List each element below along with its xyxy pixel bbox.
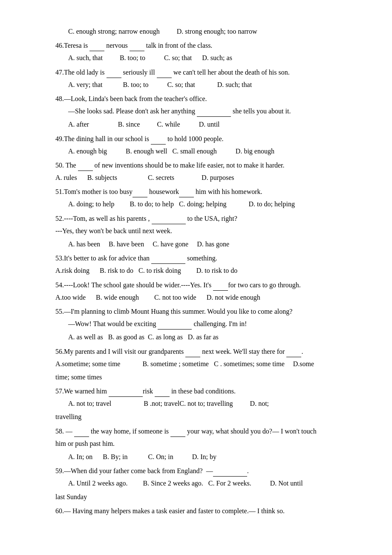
- question-58-options: A. In; on B. By; in C. On; in D. In; by: [68, 451, 349, 462]
- question-57-text: 57.We warned him risk in these bad condi…: [55, 385, 349, 397]
- option-c-d-line: C. enough strong; narrow enough D. stron…: [55, 26, 349, 37]
- question-51: 51.Tom's mother is too busy housework hi…: [55, 186, 349, 210]
- main-content: C. enough strong; narrow enough D. stron…: [55, 26, 349, 517]
- blank-55: [158, 329, 192, 330]
- question-50-text: 50. The of new inventions should be to m…: [55, 159, 349, 171]
- question-56-options: A.sometime; some time B. sometime ; some…: [55, 358, 349, 370]
- question-59-options: A. Until 2 weeks ago. B. Since 2 weeks a…: [68, 477, 349, 489]
- question-58-text: 58. — the way home, if someone is your w…: [55, 425, 349, 437]
- question-59-text: 59.—When did your father come back from …: [55, 465, 349, 477]
- question-57-continuation: travelling: [55, 411, 349, 422]
- blank-59: [213, 476, 247, 477]
- question-50-options: A. rules B. subjects C. secrets D. purpo…: [55, 172, 349, 183]
- blank-46-2: [130, 51, 144, 51]
- question-59-continuation: last Sunday: [55, 491, 349, 503]
- option-text: C. enough strong; narrow enough D. stron…: [68, 26, 349, 37]
- blank-46-1: [89, 51, 104, 51]
- blank-56-1: [185, 357, 200, 357]
- question-52-sub: ---Yes, they won't be back until next we…: [55, 225, 349, 237]
- question-46-text: 46.Teresa is nervous talk in front of th…: [55, 40, 349, 51]
- question-55-text: 55.—I'm planning to climb Mount Huang th…: [55, 306, 349, 317]
- blank-51-2: [179, 197, 194, 197]
- question-47-text: 47.The old lady is seriously ill we can'…: [55, 66, 349, 78]
- blank-50: [78, 171, 93, 171]
- question-58: 58. — the way home, if someone is your w…: [55, 425, 349, 463]
- blank-54: [213, 290, 228, 291]
- question-53: 53.It's better to ask for advice than so…: [55, 252, 349, 276]
- blank-52: [152, 224, 186, 224]
- question-49-text: 49.The dining hall in our school is to h…: [55, 133, 349, 145]
- question-48-options: A. after B. since C. while D. until: [68, 119, 349, 130]
- question-55-options: A. as well as B. as good as C. as long a…: [68, 331, 349, 343]
- question-48-sub: —She looks sad. Please don't ask her any…: [68, 105, 349, 117]
- blank-51-1: [133, 197, 147, 197]
- question-51-text: 51.Tom's mother is too busy housework hi…: [55, 186, 349, 197]
- question-56: 56.My parents and I will visit our grand…: [55, 346, 349, 383]
- question-53-text: 53.It's better to ask for advice than so…: [55, 252, 349, 264]
- blank-58-2: [170, 436, 185, 437]
- blank-56-2: [286, 357, 301, 357]
- question-54-options: A.too wide B. wide enough C. not too wid…: [55, 292, 349, 303]
- question-52-text: 52.----Tom, as well as his parents , to …: [55, 213, 349, 224]
- question-55: 55.—I'm planning to climb Mount Huang th…: [55, 306, 349, 343]
- question-57-options: A. not to; travel B .not; travelC. not t…: [68, 398, 349, 409]
- blank-48: [197, 116, 231, 117]
- blank-47-2: [157, 78, 172, 78]
- question-54-text: 54.----Look! The school gate should be w…: [55, 279, 349, 291]
- question-52: 52.----Tom, as well as his parents , to …: [55, 213, 349, 250]
- question-56-continuation: time; some times: [55, 371, 349, 383]
- question-47: 47.The old lady is seriously ill we can'…: [55, 66, 349, 90]
- question-60: 60.— Having many helpers makes a task ea…: [55, 505, 349, 517]
- question-55-sub: —Wow! That would be exciting challenging…: [68, 318, 349, 330]
- blank-47-1: [107, 78, 121, 78]
- question-49-options: A. enough big B. enough well C. small en…: [68, 145, 349, 157]
- question-46-options: A. such, that B. too; to C. so; that D. …: [68, 52, 349, 64]
- question-50: 50. The of new inventions should be to m…: [55, 159, 349, 183]
- question-54: 54.----Look! The school gate should be w…: [55, 279, 349, 303]
- blank-57-1: [109, 396, 143, 397]
- question-48-text: 48.—Look, Linda's been back from the tea…: [55, 93, 349, 104]
- question-53-options: A.risk doing B. risk to do C. to risk do…: [55, 265, 349, 276]
- question-59: 59.—When did your father come back from …: [55, 465, 349, 503]
- blank-57-2: [155, 396, 170, 397]
- question-48: 48.—Look, Linda's been back from the tea…: [55, 93, 349, 130]
- question-58-continuation: him or push past him.: [55, 438, 349, 449]
- question-57: 57.We warned him risk in these bad condi…: [55, 385, 349, 423]
- question-49: 49.The dining hall in our school is to h…: [55, 133, 349, 157]
- question-51-options: A. doing; to help B. to do; to help C. d…: [68, 198, 349, 210]
- blank-53: [151, 263, 185, 264]
- blank-58-1: [74, 436, 89, 437]
- blank-49: [151, 144, 166, 145]
- question-56-text: 56.My parents and I will visit our grand…: [55, 346, 349, 357]
- question-60-text: 60.— Having many helpers makes a task ea…: [55, 505, 349, 517]
- question-47-options: A. very; that B. too; to C. so; that D. …: [68, 79, 349, 90]
- question-52-options: A. has been B. have been C. have gone D.…: [68, 238, 349, 250]
- question-46: 46.Teresa is nervous talk in front of th…: [55, 40, 349, 64]
